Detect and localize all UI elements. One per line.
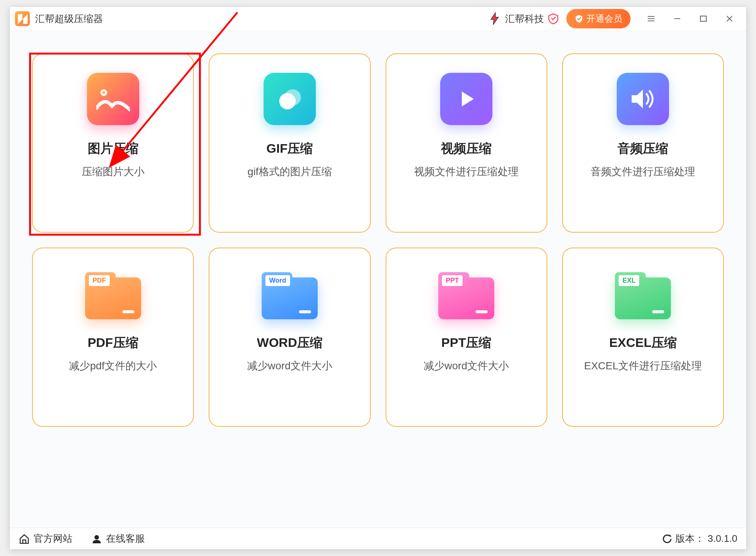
card-ppt-compress[interactable]: PPT PPT压缩 减少word文件大小 — [386, 248, 547, 427]
home-icon — [19, 533, 30, 544]
shield-icon — [548, 13, 559, 24]
card-title: PDF压缩 — [88, 334, 139, 351]
brand-text: 汇帮科技 — [505, 12, 544, 25]
minimize-button[interactable] — [664, 9, 690, 28]
svg-point-2 — [102, 91, 105, 94]
svg-point-6 — [94, 535, 99, 540]
vip-button[interactable]: 开通会员 — [566, 9, 631, 28]
card-gif-compress[interactable]: GIF压缩 gif格式的图片压缩 — [209, 53, 370, 233]
version-info[interactable]: 版本： 3.0.1.0 — [662, 532, 737, 545]
version-value: 3.0.1.0 — [707, 533, 737, 544]
image-icon — [87, 73, 139, 125]
card-title: 音频压缩 — [617, 140, 668, 157]
shield-check-icon — [575, 14, 584, 23]
card-word-compress[interactable]: Word WORD压缩 减少word文件大小 — [209, 248, 370, 427]
play-icon — [440, 73, 492, 125]
pdf-folder-icon: PDF — [85, 267, 141, 319]
footer: 官方网站 在线客服 版本： 3.0.1.0 — [10, 528, 746, 549]
card-image-compress[interactable]: 图片压缩 压缩图片大小 — [32, 53, 194, 233]
card-desc: gif格式的图片压缩 — [248, 165, 332, 179]
word-folder-icon: Word — [262, 267, 318, 319]
maximize-button[interactable] — [690, 9, 716, 28]
card-desc: 音频文件进行压缩处理 — [591, 165, 695, 179]
card-desc: 减少word文件大小 — [424, 359, 509, 373]
excel-folder-icon: EXL — [615, 267, 671, 319]
card-title: 视频压缩 — [441, 140, 492, 157]
menu-button[interactable] — [638, 9, 664, 28]
main-content: 图片压缩 压缩图片大小 GIF压缩 gif格式的图片压缩 — [10, 31, 746, 528]
speaker-icon — [617, 73, 669, 125]
official-website-link[interactable]: 官方网站 — [19, 532, 72, 545]
svg-point-4 — [279, 93, 296, 109]
gif-icon — [264, 73, 316, 125]
app-window: 汇帮超级压缩器 汇帮科技 开通会员 — [9, 6, 747, 550]
card-title: GIF压缩 — [267, 140, 313, 157]
brand-area[interactable]: 汇帮科技 — [488, 12, 559, 25]
card-title: 图片压缩 — [88, 140, 139, 157]
refresh-icon — [662, 534, 672, 544]
card-desc: EXCEL文件进行压缩处理 — [584, 359, 702, 373]
card-desc: 压缩图片大小 — [82, 165, 144, 179]
feature-cards-grid: 图片压缩 压缩图片大小 GIF压缩 gif格式的图片压缩 — [32, 53, 724, 427]
lightning-icon — [488, 12, 501, 25]
card-excel-compress[interactable]: EXL EXCEL压缩 EXCEL文件进行压缩处理 — [562, 248, 724, 427]
card-desc: 减少pdf文件的大小 — [69, 359, 157, 373]
card-pdf-compress[interactable]: PDF PDF压缩 减少pdf文件的大小 — [32, 248, 194, 427]
titlebar: 汇帮超级压缩器 汇帮科技 开通会员 — [10, 7, 746, 31]
card-title: WORD压缩 — [257, 334, 323, 351]
app-logo-icon — [15, 11, 30, 26]
website-label: 官方网站 — [34, 532, 72, 545]
window-controls — [638, 9, 743, 28]
card-title: EXCEL压缩 — [609, 334, 677, 351]
card-desc: 视频文件进行压缩处理 — [414, 165, 519, 179]
svg-rect-0 — [700, 16, 706, 21]
version-label: 版本： — [675, 532, 704, 545]
card-desc: 减少word文件大小 — [247, 359, 333, 373]
card-audio-compress[interactable]: 音频压缩 音频文件进行压缩处理 — [562, 53, 724, 233]
online-support-link[interactable]: 在线客服 — [91, 532, 145, 545]
app-title: 汇帮超级压缩器 — [35, 12, 103, 25]
headset-icon — [91, 533, 102, 544]
card-video-compress[interactable]: 视频压缩 视频文件进行压缩处理 — [386, 53, 547, 233]
close-button[interactable] — [716, 9, 743, 28]
support-label: 在线客服 — [106, 532, 145, 545]
ppt-folder-icon: PPT — [438, 267, 494, 319]
card-title: PPT压缩 — [441, 334, 491, 351]
vip-button-label: 开通会员 — [587, 13, 622, 25]
